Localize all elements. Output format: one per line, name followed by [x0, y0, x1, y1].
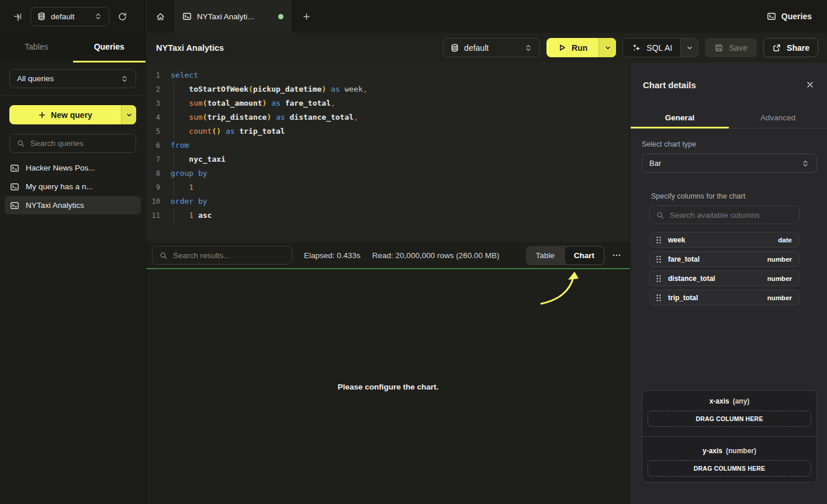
search-results-input[interactable]	[173, 251, 285, 260]
chevron-updown-icon	[524, 44, 532, 52]
columns-search-input[interactable]	[670, 211, 793, 220]
chart-empty-message: Please configure the chart.	[338, 383, 439, 391]
chart-column-item[interactable]: week date	[649, 232, 800, 248]
hint-arrow	[538, 270, 584, 308]
tab-nytaxi-analytics[interactable]: NYTaxi Analyti...	[174, 0, 292, 33]
new-query-label: New query	[51, 110, 92, 120]
terminal-icon	[10, 182, 19, 192]
code-line: from	[169, 138, 368, 152]
line-number: 7	[146, 152, 160, 166]
sidebar-tab-tables[interactable]: Tables	[0, 33, 73, 62]
share-button[interactable]: Share	[763, 38, 818, 57]
sql-ai-label: SQL AI	[646, 43, 672, 53]
database-icon	[451, 44, 459, 52]
chart-column-item[interactable]: trip_total number	[649, 290, 800, 305]
chevron-down-icon	[686, 44, 693, 51]
line-number: 9	[146, 180, 160, 194]
unsaved-changes-dot	[278, 14, 283, 19]
query-list-item[interactable]: Hacker News Pos...	[5, 159, 141, 177]
y-axis-section: y-axis(number) DRAG COLUMNS HERE	[642, 437, 816, 483]
line-number: 6	[146, 138, 160, 152]
query-item-label: NYTaxi Analytics	[26, 201, 84, 210]
new-query-dropdown[interactable]	[121, 105, 136, 124]
column-type: number	[767, 256, 792, 263]
search-queries-input[interactable]	[30, 139, 129, 148]
y-axis-drop-zone[interactable]: DRAG COLUMNS HERE	[648, 460, 811, 477]
tab-advanced[interactable]: Advanced	[729, 107, 827, 128]
sql-ai-dropdown[interactable]	[680, 39, 698, 57]
terminal-icon	[10, 201, 19, 210]
toolbar-database-selector[interactable]: default	[443, 38, 540, 57]
share-button-label: Share	[787, 43, 809, 53]
queries-button[interactable]: Queries	[767, 12, 812, 21]
close-icon[interactable]	[805, 80, 815, 89]
code-line: nyc_taxi	[169, 152, 368, 166]
code-line: sum(total_amount) as fare_total,	[169, 96, 368, 110]
database-selector[interactable]: default	[30, 7, 109, 26]
view-toggle-chart[interactable]: Chart	[564, 246, 604, 265]
column-type: number	[767, 275, 792, 282]
x-axis-label-row: x-axis(any)	[648, 397, 811, 405]
queries-filter-select[interactable]: All queries	[9, 69, 136, 88]
line-number: 8	[146, 166, 160, 180]
query-item-label: My query has a n...	[26, 182, 93, 191]
search-icon	[656, 211, 665, 220]
y-axis-label: y-axis	[703, 447, 722, 455]
chart-details-panel: Chart details General Advanced Select ch…	[630, 62, 827, 504]
view-toggle-table[interactable]: Table	[526, 246, 563, 265]
line-number: 2	[146, 82, 160, 96]
chart-column-item[interactable]: fare_total number	[649, 251, 800, 267]
new-query-main[interactable]: New query	[9, 105, 121, 124]
query-list-item[interactable]: My query has a n...	[5, 178, 141, 196]
query-list-item[interactable]: NYTaxi Analytics	[5, 196, 141, 214]
tab-strip: NYTaxi Analyti...	[146, 0, 321, 33]
chevron-down-icon	[604, 44, 611, 51]
view-toggle: Table Chart	[526, 246, 604, 265]
x-axis-drop-zone[interactable]: DRAG COLUMN HERE	[648, 411, 811, 427]
drag-handle-icon[interactable]	[656, 274, 662, 283]
line-number: 1	[146, 68, 160, 82]
chevron-updown-icon	[94, 12, 102, 20]
save-button[interactable]: Save	[705, 38, 757, 57]
tab-general[interactable]: General	[631, 107, 729, 128]
top-bar-left: default	[0, 0, 146, 33]
x-axis-hint: (any)	[733, 397, 750, 405]
save-icon	[714, 43, 724, 53]
workspace: 1234567891011 select toStartOfWeek(picku…	[146, 62, 630, 504]
chart-type-value: Bar	[649, 159, 661, 168]
tab-home[interactable]	[147, 0, 174, 33]
drag-handle-icon[interactable]	[656, 255, 662, 263]
more-options-icon[interactable]	[611, 250, 622, 260]
run-button-main[interactable]: Run	[546, 38, 598, 57]
column-name: trip_total	[668, 294, 761, 302]
chart-column-item[interactable]: distance_total number	[649, 270, 800, 286]
chart-type-label: Select chart type	[642, 140, 817, 148]
drag-handle-icon[interactable]	[656, 236, 662, 244]
code-line: order by	[169, 194, 368, 208]
search-results-box[interactable]	[152, 246, 292, 265]
chart-type-select[interactable]: Bar	[642, 154, 817, 173]
new-tab-button[interactable]	[292, 0, 321, 33]
chart-panel-header: Chart details	[631, 62, 827, 107]
rows-read-stat: Read: 20,000,000 rows (260.00 MB)	[372, 251, 500, 260]
sparkles-icon	[631, 43, 641, 53]
collapse-sidebar-icon[interactable]	[13, 12, 22, 21]
sql-ai-main[interactable]: SQL AI	[623, 39, 680, 57]
columns-section: Specify columns for the chart week date …	[649, 192, 800, 305]
search-queries-box[interactable]	[9, 134, 136, 153]
drag-handle-icon[interactable]	[656, 294, 662, 302]
run-dropdown[interactable]	[598, 38, 616, 57]
terminal-icon	[10, 164, 19, 173]
sidebar-tab-queries[interactable]: Queries	[73, 33, 146, 62]
run-button[interactable]: Run	[546, 38, 616, 57]
line-number: 11	[146, 208, 160, 223]
sql-ai-button[interactable]: SQL AI	[622, 38, 698, 57]
columns-search-box[interactable]	[649, 206, 800, 224]
query-item-label: Hacker News Pos...	[26, 164, 95, 172]
refresh-icon[interactable]	[117, 12, 127, 22]
column-name: fare_total	[668, 255, 761, 263]
sql-editor[interactable]: 1234567891011 select toStartOfWeek(picku…	[146, 62, 630, 242]
new-query-button[interactable]: New query	[9, 105, 136, 124]
code-line: 1	[169, 180, 368, 194]
toolbar: default Run SQL AI Save	[443, 38, 818, 57]
